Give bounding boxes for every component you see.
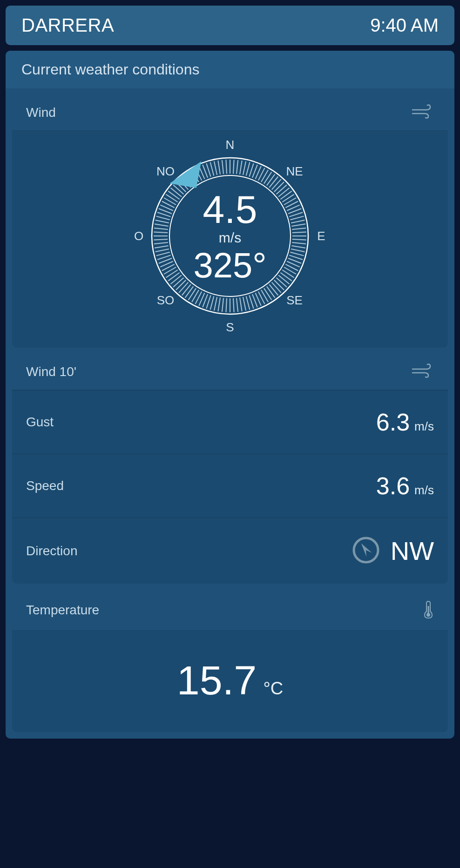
speed-label: Speed	[26, 478, 64, 493]
svg-line-13	[264, 172, 271, 184]
gust-row: Gust 6.3 m/s	[12, 390, 448, 454]
speed-row: Speed 3.6 m/s	[12, 454, 448, 518]
svg-line-97	[156, 216, 170, 220]
gust-value: 6.3 m/s	[376, 408, 434, 436]
temperature-readout: 15.7 °C	[12, 631, 448, 732]
svg-line-117	[210, 162, 214, 176]
wind10-panel-header: Wind 10'	[12, 354, 448, 390]
current-conditions-section: Current weather conditions Wind NNEESESS…	[6, 51, 454, 739]
svg-line-38	[289, 255, 303, 259]
svg-line-57	[246, 296, 250, 310]
svg-line-42	[284, 267, 296, 274]
svg-line-29	[291, 224, 305, 226]
direction-value: NW	[352, 536, 434, 566]
svg-line-30	[292, 228, 306, 229]
svg-line-12	[261, 170, 268, 182]
svg-line-47	[274, 280, 284, 290]
svg-line-104	[168, 191, 179, 200]
svg-line-89	[155, 246, 169, 248]
wind10-panel: Wind 10' Gust 6.3 m/s Speed 3.6 m/s Di	[12, 354, 448, 584]
svg-line-67	[210, 296, 214, 310]
svg-line-93	[154, 232, 168, 233]
svg-line-33	[292, 239, 306, 240]
svg-line-82	[164, 267, 176, 274]
temperature-panel-header: Temperature	[12, 590, 448, 631]
svg-line-91	[154, 239, 168, 240]
wind-speed-value: 4.5	[193, 190, 266, 229]
temperature-unit: °C	[264, 679, 284, 698]
temperature-value: 15.7	[177, 657, 257, 704]
svg-line-88	[156, 249, 169, 252]
svg-line-58	[243, 297, 246, 310]
svg-line-35	[291, 246, 305, 248]
svg-line-79	[171, 275, 182, 284]
wind-direction-degrees: 325°	[193, 248, 266, 283]
svg-line-56	[249, 295, 253, 309]
wind-icon	[411, 104, 434, 121]
svg-line-116	[206, 163, 210, 177]
svg-line-102	[164, 198, 176, 205]
svg-line-63	[226, 298, 227, 312]
section-title: Current weather conditions	[6, 51, 454, 88]
thermometer-icon	[423, 599, 434, 621]
svg-line-5	[240, 161, 242, 175]
svg-line-103	[166, 195, 178, 202]
svg-line-81	[166, 270, 178, 277]
svg-line-36	[291, 249, 304, 252]
svg-line-43	[282, 270, 294, 277]
svg-line-28	[291, 220, 304, 223]
svg-marker-132	[361, 543, 372, 557]
svg-line-98	[157, 212, 171, 216]
svg-line-45	[278, 275, 289, 284]
svg-line-46	[277, 278, 287, 287]
svg-line-87	[156, 252, 170, 256]
svg-point-133	[426, 613, 430, 617]
wind-panel: Wind NNEESESSOONO 4.5 m/s	[12, 95, 448, 348]
svg-line-96	[156, 220, 169, 223]
svg-line-3	[233, 160, 234, 174]
svg-line-52	[261, 290, 268, 302]
svg-text:N: N	[226, 138, 235, 152]
svg-line-20	[280, 191, 291, 200]
svg-line-64	[222, 298, 223, 312]
svg-line-119	[218, 161, 220, 175]
speed-value: 3.6 m/s	[376, 472, 434, 500]
svg-line-34	[292, 242, 306, 244]
svg-line-73	[189, 288, 196, 300]
current-time: 9:40 AM	[370, 15, 439, 36]
svg-text:SE: SE	[286, 293, 303, 307]
station-name: DARRERA	[21, 15, 114, 36]
svg-line-22	[284, 198, 296, 205]
wind-panel-title: Wind	[26, 105, 56, 120]
svg-line-44	[280, 273, 291, 281]
svg-line-51	[264, 288, 271, 300]
gust-label: Gust	[26, 415, 54, 430]
svg-line-80	[168, 273, 179, 281]
svg-text:S: S	[226, 320, 234, 334]
svg-line-17	[274, 182, 284, 192]
svg-text:NO: NO	[156, 164, 175, 178]
wind-panel-header: Wind	[12, 95, 448, 131]
svg-line-105	[171, 188, 182, 197]
svg-line-118	[214, 161, 217, 175]
svg-line-37	[290, 252, 304, 256]
svg-line-7	[246, 162, 250, 176]
svg-line-66	[214, 297, 217, 310]
compass-center-readout: 4.5 m/s 325°	[193, 190, 266, 283]
svg-line-75	[182, 284, 191, 295]
svg-line-31	[292, 232, 306, 233]
svg-line-15	[269, 177, 278, 188]
svg-line-121	[226, 160, 227, 174]
direction-label: Direction	[26, 544, 77, 558]
svg-line-59	[240, 297, 242, 311]
wind-icon	[411, 363, 434, 380]
temperature-panel-title: Temperature	[26, 603, 99, 618]
svg-text:SO: SO	[157, 293, 175, 307]
svg-line-78	[173, 278, 183, 287]
svg-line-21	[282, 195, 294, 202]
svg-line-76	[179, 283, 188, 293]
svg-line-27	[290, 216, 304, 220]
svg-line-19	[278, 188, 289, 197]
svg-line-106	[173, 185, 183, 194]
svg-line-50	[267, 286, 275, 297]
